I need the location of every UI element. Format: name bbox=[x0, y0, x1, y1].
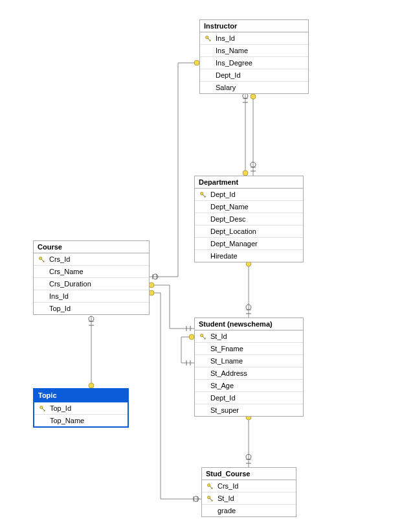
primary-key-icon bbox=[200, 334, 206, 340]
column-name: Dept_Id bbox=[216, 71, 308, 79]
primary-key-icon bbox=[39, 406, 45, 411]
table-instructor[interactable]: Instructor Ins_Id Ins_Name Ins_Degree De… bbox=[199, 19, 309, 94]
column-name: St_Age bbox=[210, 382, 303, 389]
table-column[interactable]: Dept_Location bbox=[195, 226, 303, 238]
table-column[interactable]: grade bbox=[202, 505, 296, 516]
table-column[interactable]: St_Age bbox=[195, 380, 303, 392]
svg-point-1 bbox=[243, 170, 248, 176]
table-stud-course[interactable]: Stud_Course Crs_Id St_Id grade bbox=[201, 467, 296, 517]
svg-point-5 bbox=[149, 283, 154, 288]
table-column[interactable]: Dept_Manager bbox=[195, 238, 303, 250]
table-column[interactable]: Top_Id bbox=[34, 402, 128, 415]
column-name: Hiredate bbox=[210, 252, 303, 260]
svg-point-12 bbox=[89, 383, 94, 388]
column-name: Salary bbox=[216, 84, 308, 91]
table-column[interactable]: Dept_Desc bbox=[195, 213, 303, 226]
table-column[interactable]: St_Id bbox=[202, 492, 296, 505]
column-name: Dept_Manager bbox=[210, 240, 303, 248]
table-column[interactable]: Top_Id bbox=[34, 303, 149, 314]
primary-key-icon bbox=[207, 496, 213, 502]
column-list: Dept_Id Dept_Name Dept_Desc Dept_Locatio… bbox=[195, 189, 303, 262]
table-column[interactable]: Crs_Duration bbox=[34, 278, 149, 290]
table-column[interactable]: St_Id bbox=[195, 330, 303, 343]
svg-point-4 bbox=[194, 60, 199, 65]
column-name: St_Lname bbox=[210, 357, 303, 365]
column-name: Ins_Id bbox=[216, 34, 308, 42]
table-column[interactable]: St_Fname bbox=[195, 343, 303, 355]
table-column[interactable]: Dept_Name bbox=[195, 201, 303, 213]
table-column[interactable]: Ins_Degree bbox=[200, 57, 308, 69]
table-column[interactable]: Ins_Id bbox=[200, 32, 308, 45]
table-department[interactable]: Department Dept_Id Dept_Name Dept_Desc D… bbox=[194, 176, 304, 262]
table-column[interactable]: Hiredate bbox=[195, 250, 303, 262]
svg-point-6 bbox=[189, 334, 194, 340]
table-topic[interactable]: Topic Top_Id Top_Name bbox=[33, 388, 129, 428]
primary-key-icon bbox=[39, 257, 45, 262]
table-header[interactable]: Course bbox=[34, 241, 149, 253]
column-name: St_super bbox=[210, 406, 303, 414]
column-list: Crs_Id Crs_Name Crs_Duration Ins_Id Top_… bbox=[34, 253, 149, 314]
table-column[interactable]: Ins_Id bbox=[34, 290, 149, 303]
column-name: Crs_Name bbox=[49, 268, 149, 275]
column-name: Dept_Name bbox=[210, 203, 303, 211]
table-column[interactable]: St_Address bbox=[195, 367, 303, 380]
column-name: St_Id bbox=[210, 332, 303, 340]
table-column[interactable]: Dept_Id bbox=[195, 392, 303, 404]
column-name: Ins_Degree bbox=[216, 59, 308, 67]
column-name: Crs_Id bbox=[218, 482, 296, 490]
table-column[interactable]: St_super bbox=[195, 404, 303, 416]
column-name: Top_Id bbox=[50, 404, 128, 412]
table-column[interactable]: Crs_Name bbox=[34, 266, 149, 278]
primary-key-icon bbox=[200, 192, 206, 198]
column-name: St_Fname bbox=[210, 345, 303, 353]
table-header[interactable]: Department bbox=[195, 176, 303, 189]
table-course[interactable]: Course Crs_Id Crs_Name Crs_Duration Ins_… bbox=[33, 240, 150, 315]
primary-key-icon bbox=[205, 36, 211, 41]
column-name: Ins_Id bbox=[49, 292, 149, 300]
column-list: Ins_Id Ins_Name Ins_Degree Dept_Id Salar… bbox=[200, 32, 308, 93]
table-column[interactable]: Salary bbox=[200, 82, 308, 93]
table-column[interactable]: Top_Name bbox=[34, 415, 128, 426]
column-list: Top_Id Top_Name bbox=[34, 402, 128, 426]
column-name: Crs_Duration bbox=[49, 280, 149, 288]
column-name: Ins_Name bbox=[216, 47, 308, 54]
svg-point-3 bbox=[251, 94, 256, 99]
table-header[interactable]: Stud_Course bbox=[202, 468, 296, 480]
column-name: Top_Name bbox=[50, 417, 128, 424]
column-name: Dept_Desc bbox=[210, 215, 303, 223]
column-name: Crs_Id bbox=[49, 255, 149, 263]
column-list: Crs_Id St_Id grade bbox=[202, 480, 296, 516]
svg-point-13 bbox=[149, 290, 154, 295]
column-name: Dept_Location bbox=[210, 227, 303, 235]
diagram-canvas[interactable]: Instructor Ins_Id Ins_Name Ins_Degree De… bbox=[0, 0, 402, 532]
column-name: grade bbox=[218, 507, 296, 515]
table-column[interactable]: Crs_Id bbox=[34, 253, 149, 266]
table-header[interactable]: Student (newschema) bbox=[195, 318, 303, 330]
table-column[interactable]: Ins_Name bbox=[200, 45, 308, 57]
table-header[interactable]: Instructor bbox=[200, 20, 308, 32]
table-column[interactable]: Dept_Id bbox=[200, 69, 308, 82]
primary-key-icon bbox=[207, 483, 213, 489]
table-student[interactable]: Student (newschema) St_Id St_Fname St_Ln… bbox=[194, 318, 304, 417]
column-name: Top_Id bbox=[49, 305, 149, 312]
column-name: Dept_Id bbox=[210, 394, 303, 402]
column-name: St_Address bbox=[210, 369, 303, 377]
column-name: St_Id bbox=[218, 494, 296, 502]
column-list: St_Id St_Fname St_Lname St_Address St_Ag… bbox=[195, 330, 303, 416]
table-column[interactable]: Crs_Id bbox=[202, 480, 296, 492]
table-column[interactable]: Dept_Id bbox=[195, 189, 303, 201]
table-column[interactable]: St_Lname bbox=[195, 355, 303, 367]
column-name: Dept_Id bbox=[210, 191, 303, 198]
table-header[interactable]: Topic bbox=[34, 389, 128, 402]
